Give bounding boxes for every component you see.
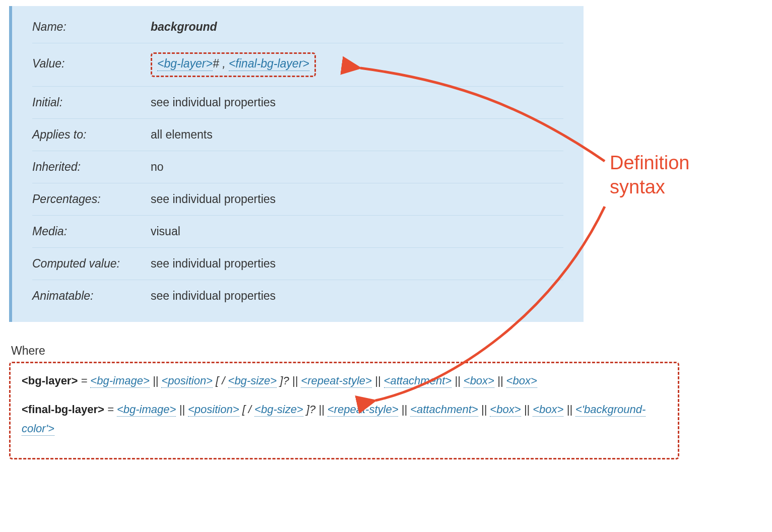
where-heading: Where xyxy=(11,344,754,358)
property-row: Name:background xyxy=(32,11,563,43)
property-row: Inherited:no xyxy=(32,151,563,183)
annotation-line-1: Definition xyxy=(610,151,689,175)
syntax-type-link[interactable]: <box> xyxy=(464,374,494,388)
syntax-type-link[interactable]: <repeat-style> xyxy=(328,403,399,417)
property-value: see individual properties xyxy=(151,289,276,303)
property-label: Value: xyxy=(32,57,151,71)
definition-term: <bg-layer> xyxy=(22,374,78,387)
annotation-line-2: syntax xyxy=(610,175,689,200)
syntax-type-link[interactable]: <bg-size> xyxy=(228,374,277,388)
syntax-type-link[interactable]: <position> xyxy=(161,374,213,388)
property-summary-panel: Name:backgroundValue:<bg-layer># , <fina… xyxy=(9,6,584,322)
definitions-highlight-box: <bg-layer> = <bg-image> || <position> [ … xyxy=(9,362,679,459)
property-row: Percentages:see individual properties xyxy=(32,183,563,216)
syntax-token: = xyxy=(104,403,117,416)
syntax-token: || xyxy=(398,403,410,416)
property-label: Media: xyxy=(32,225,151,238)
syntax-type-link[interactable]: <bg-size> xyxy=(254,403,303,417)
syntax-token: [ / xyxy=(239,403,255,416)
annotation-label: Definition syntax xyxy=(610,151,689,199)
property-value: background xyxy=(151,20,217,34)
property-row: Animatable:see individual properties xyxy=(32,280,563,312)
property-value: see individual properties xyxy=(151,96,276,109)
property-label: Percentages: xyxy=(32,192,151,206)
property-value: <bg-layer># , <final-bg-layer> xyxy=(151,52,316,77)
property-label: Name: xyxy=(32,20,151,34)
value-syntax-highlight-box: <bg-layer># , <final-bg-layer> xyxy=(151,52,316,77)
syntax-token: [ / xyxy=(213,374,228,387)
syntax-type-link[interactable]: <box> xyxy=(506,374,537,388)
syntax-type-link[interactable]: <attachment> xyxy=(410,403,478,417)
definition-term: <final-bg-layer> xyxy=(22,403,104,416)
syntax-token: || xyxy=(563,403,575,416)
syntax-type-link[interactable]: <bg-layer> xyxy=(157,57,213,71)
syntax-type-link[interactable]: <bg-image> xyxy=(117,403,176,417)
syntax-type-link[interactable]: <box> xyxy=(490,403,521,417)
syntax-token: || xyxy=(452,374,464,387)
property-label: Initial: xyxy=(32,96,151,109)
syntax-token: ]? || xyxy=(303,403,328,416)
syntax-type-link[interactable]: <position> xyxy=(188,403,239,417)
syntax-token: || xyxy=(478,403,490,416)
syntax-token: || xyxy=(494,374,506,387)
syntax-token: || xyxy=(150,374,162,387)
property-row: Initial:see individual properties xyxy=(32,87,563,119)
property-label: Applies to: xyxy=(32,128,151,142)
property-value: visual xyxy=(151,225,180,238)
property-value: see individual properties xyxy=(151,192,276,206)
property-value: see individual properties xyxy=(151,257,276,271)
syntax-token: || xyxy=(521,403,533,416)
syntax-type-link[interactable]: <final-bg-layer> xyxy=(229,57,309,71)
property-row: Computed value:see individual properties xyxy=(32,248,563,280)
property-value: no xyxy=(151,160,164,174)
property-row: Value:<bg-layer># , <final-bg-layer> xyxy=(32,43,563,87)
syntax-token: || xyxy=(372,374,384,387)
syntax-token: ]? || xyxy=(277,374,301,387)
property-label: Inherited: xyxy=(32,160,151,174)
syntax-token: # , xyxy=(213,57,229,70)
property-label: Animatable: xyxy=(32,289,151,303)
property-row: Media:visual xyxy=(32,216,563,248)
syntax-type-link[interactable]: <box> xyxy=(533,403,563,417)
property-label: Computed value: xyxy=(32,257,151,271)
syntax-token: = xyxy=(78,374,90,387)
property-value: all elements xyxy=(151,128,213,142)
syntax-type-link[interactable]: <attachment> xyxy=(384,374,452,388)
syntax-token: || xyxy=(176,403,188,416)
definition-line: <bg-layer> = <bg-image> || <position> [ … xyxy=(22,371,667,390)
definition-line: <final-bg-layer> = <bg-image> || <positi… xyxy=(22,400,667,438)
syntax-type-link[interactable]: <bg-image> xyxy=(90,374,149,388)
property-row: Applies to:all elements xyxy=(32,119,563,151)
syntax-type-link[interactable]: <repeat-style> xyxy=(301,374,372,388)
